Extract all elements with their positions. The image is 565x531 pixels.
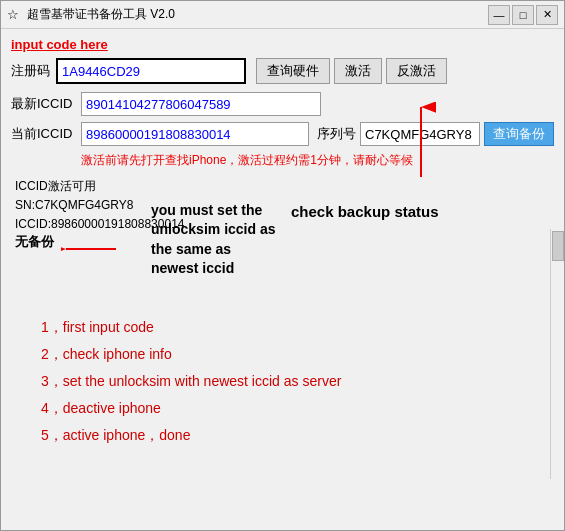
close-button[interactable]: ✕	[536, 5, 558, 25]
reg-label: 注册码	[11, 62, 50, 80]
window-controls: — □ ✕	[488, 5, 558, 25]
activate-button[interactable]: 激活	[334, 58, 382, 84]
current-iccid-label: 当前ICCID	[11, 125, 81, 143]
action-buttons: 查询硬件 激活 反激活	[256, 58, 447, 84]
input-hint: input code here	[11, 37, 554, 52]
no-backup-arrow	[61, 239, 121, 259]
current-iccid-row: 当前ICCID 序列号 查询备份	[11, 122, 554, 146]
warning-text: 激活前请先打开查找iPhone，激活过程约需1分钟，请耐心等候	[11, 152, 554, 169]
title-bar: ☆ 超雪基带证书备份工具 V2.0 — □ ✕	[1, 1, 564, 29]
serial-label: 序列号	[317, 125, 356, 143]
check-backup-annotation: check backup status	[291, 201, 439, 222]
query-backup-button[interactable]: 查询备份	[484, 122, 554, 146]
query-hardware-button[interactable]: 查询硬件	[256, 58, 330, 84]
minimize-button[interactable]: —	[488, 5, 510, 25]
no-backup: 无备份	[15, 233, 54, 251]
step-3: 3，set the unlocksim with newest iccid as…	[41, 371, 554, 392]
unlocksim-annotation: you must set the unlocksim iccid as the …	[151, 181, 276, 279]
window-title: 超雪基带证书备份工具 V2.0	[27, 6, 175, 23]
title-bar-left: ☆ 超雪基带证书备份工具 V2.0	[7, 6, 175, 23]
main-window: ☆ 超雪基带证书备份工具 V2.0 — □ ✕ input code here …	[0, 0, 565, 531]
app-icon: ☆	[7, 7, 23, 23]
main-content: input code here 注册码 查询硬件 激活 反激活 最新ICCID …	[1, 29, 564, 530]
newest-iccid-input[interactable]	[81, 92, 321, 116]
info-area: ICCID激活可用 SN:C7KQMFG4GRY8 ICCID:89860000…	[11, 177, 554, 307]
serial-input[interactable]	[360, 122, 480, 146]
step-1: 1，first input code	[41, 317, 554, 338]
step-2: 2，check iphone info	[41, 344, 554, 365]
scroll-thumb[interactable]	[552, 231, 564, 261]
scrollbar[interactable]	[550, 229, 564, 479]
step-4: 4，deactive iphone	[41, 398, 554, 419]
current-iccid-input[interactable]	[81, 122, 309, 146]
maximize-button[interactable]: □	[512, 5, 534, 25]
reg-row: 注册码 查询硬件 激活 反激活	[11, 58, 554, 84]
newest-iccid-row: 最新ICCID	[11, 92, 554, 116]
newest-iccid-label: 最新ICCID	[11, 95, 81, 113]
reg-input[interactable]	[56, 58, 246, 84]
step-5: 5，active iphone，done	[41, 425, 554, 446]
deactivate-button[interactable]: 反激活	[386, 58, 447, 84]
steps-section: 1，first input code 2，check iphone info 3…	[11, 317, 554, 446]
